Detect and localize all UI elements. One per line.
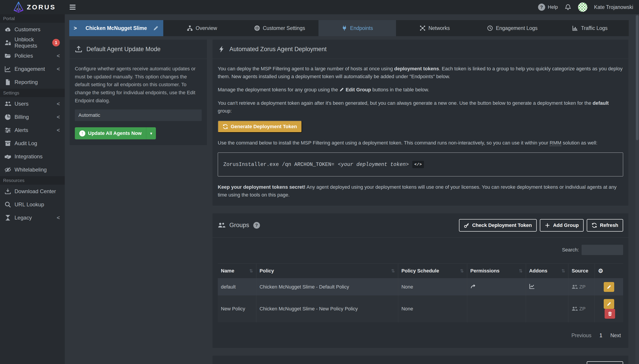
group-permissions-cell	[467, 278, 526, 296]
notifications-bell-icon[interactable]	[564, 4, 571, 11]
tab-overview[interactable]: Overview	[163, 20, 241, 36]
refresh-icon	[592, 223, 597, 228]
group-addons-cell	[526, 296, 568, 322]
chevron-left-icon: <	[57, 128, 60, 133]
sidebar-item-unblock-requests[interactable]: Unblock Requests 1	[0, 36, 65, 49]
previous-page-button[interactable]: Previous	[571, 332, 591, 338]
tab-customer-settings[interactable]: Customer Settings	[241, 20, 318, 36]
sidebar-item-label: Legacy	[14, 214, 32, 221]
customer-tabbar: > Chicken McNugget Slime Overview Custom…	[69, 20, 629, 36]
page-scrollbar[interactable]	[636, 14, 639, 364]
update-all-agents-button[interactable]: ↑ Update All Agents Now	[75, 127, 146, 139]
col-source[interactable]: Source	[568, 264, 595, 278]
sidebar-item-label: Customers	[14, 26, 40, 32]
sidebar-item-label: Alerts	[14, 127, 28, 133]
help-label: Help	[548, 4, 558, 10]
sidebar-item-label: Unblock Requests	[14, 36, 48, 49]
main-content: > Chicken McNugget Slime Overview Custom…	[65, 14, 636, 364]
user-avatar[interactable]	[578, 2, 588, 12]
groups-refresh-button[interactable]: Refresh	[587, 219, 623, 232]
delete-group-button[interactable]	[604, 309, 615, 319]
sidebar-item-whitelabeling[interactable]: Whitelabeling	[0, 163, 65, 176]
sidebar-item-audit-log[interactable]: Audit Log	[0, 137, 65, 150]
sidebar-item-users[interactable]: Users <	[0, 97, 65, 110]
tab-networks[interactable]: Networks	[396, 20, 474, 36]
tab-traffic-logs[interactable]: Traffic Logs	[551, 20, 629, 36]
endpoints-card: Endpoints Refresh Show 25 entries	[212, 355, 629, 364]
sidebar-item-label: Users	[14, 101, 28, 107]
endpoints-refresh-button[interactable]: Refresh	[587, 361, 623, 364]
sort-icon: ⇅	[562, 268, 565, 274]
col-policy[interactable]: Policy⇅	[256, 264, 398, 278]
sidebar-item-label: URL Lookup	[14, 202, 44, 208]
update-mode-select[interactable]: Automatic	[75, 110, 202, 121]
group-row-new-policy: New Policy Chicken McNugget Slime - New …	[218, 296, 623, 322]
folder-open-icon	[4, 52, 11, 59]
generate-deployment-token-button[interactable]: Generate Deployment Token	[218, 120, 302, 133]
cloud-upload-icon	[4, 26, 11, 33]
brand[interactable]: ZORUS	[0, 2, 65, 13]
users-icon	[4, 100, 11, 107]
sidebar-item-label: Reporting	[14, 79, 38, 85]
col-addons[interactable]: Addons⇅	[526, 264, 568, 278]
sidebar-item-download-center[interactable]: Download Center	[0, 185, 65, 198]
add-group-button[interactable]: Add Group	[540, 219, 584, 232]
group-addons-cell	[526, 278, 568, 296]
tab-endpoints[interactable]: Endpoints	[318, 20, 396, 36]
sidebar-item-label: Whitelabeling	[14, 166, 47, 173]
sidebar-item-label: Engagement	[14, 66, 45, 72]
help-button[interactable]: ? Help	[538, 4, 558, 11]
pencil-icon	[606, 284, 612, 290]
deploy-paragraph-1: You can deploy the MSP Filtering agent t…	[218, 65, 623, 80]
user-name[interactable]: Kate Trojanowski	[594, 4, 633, 10]
chart-line-icon	[529, 284, 535, 289]
edit-pencil-icon[interactable]	[153, 25, 159, 31]
hourglass-icon	[4, 214, 11, 221]
group-schedule-cell: None	[398, 296, 467, 322]
generate-token-label: Generate Deployment Token	[231, 124, 297, 130]
sidebar-item-url-lookup[interactable]: URL Lookup	[0, 198, 65, 211]
sidebar-item-integrations[interactable]: Integrations	[0, 150, 65, 163]
card-title: Automated Zorus Agent Deployment	[230, 46, 326, 53]
sidebar-item-reporting[interactable]: Reporting	[0, 76, 65, 89]
question-circle-icon: ?	[538, 4, 545, 11]
refresh-icon	[223, 124, 228, 129]
scrollbar-thumb[interactable]	[636, 15, 638, 140]
trash-icon	[608, 311, 612, 316]
plus-icon	[545, 223, 550, 228]
sidebar-item-engagement[interactable]: Engagement <	[0, 62, 65, 76]
group-source-cell: ZP	[568, 296, 595, 322]
page-number-button[interactable]: 1	[600, 332, 602, 338]
handshake-icon	[4, 153, 11, 160]
arrow-up-circle-icon: ↑	[79, 130, 85, 136]
sidebar-item-label: Audit Log	[14, 140, 37, 146]
group-row-default: default Chicken McNugget Slime - Default…	[218, 278, 623, 296]
col-permissions[interactable]: Permissions⇅	[467, 264, 526, 278]
sidebar-item-billing[interactable]: Billing <	[0, 110, 65, 124]
groups-search-label: Search:	[562, 247, 579, 253]
chevron-left-icon: <	[57, 101, 60, 106]
update-all-agents-dropdown[interactable]: ▾	[146, 127, 156, 139]
groups-search-input[interactable]	[582, 245, 623, 255]
groups-help-icon[interactable]: ?	[253, 222, 260, 229]
zorus-logo-icon	[14, 2, 24, 13]
customer-name-label: Chicken McNugget Slime	[86, 25, 147, 31]
col-name[interactable]: Name⇅	[218, 264, 256, 278]
check-deployment-token-button[interactable]: Check Deployment Token	[459, 219, 537, 232]
menu-toggle-icon[interactable]	[70, 5, 76, 10]
sidebar-item-alerts[interactable]: Alerts <	[0, 124, 65, 137]
next-page-button[interactable]: Next	[610, 332, 621, 338]
copy-code-icon[interactable]: </>	[412, 161, 424, 168]
col-schedule[interactable]: Policy Schedule⇅	[398, 264, 467, 278]
group-source-cell: ZP	[568, 278, 595, 296]
edit-group-button[interactable]	[604, 299, 614, 309]
tab-customer-name[interactable]: > Chicken McNugget Slime	[69, 20, 163, 36]
sidebar-item-legacy[interactable]: Legacy <	[0, 211, 65, 224]
tab-label: Traffic Logs	[581, 25, 608, 31]
sidebar-item-customers[interactable]: Customers	[0, 23, 65, 36]
chevron-right-icon: >	[74, 25, 77, 31]
edit-group-button[interactable]	[604, 282, 614, 292]
tab-engagement-logs[interactable]: Engagement Logs	[474, 20, 551, 36]
sidebar-item-policies[interactable]: Policies <	[0, 49, 65, 62]
globe-icon	[254, 25, 260, 31]
